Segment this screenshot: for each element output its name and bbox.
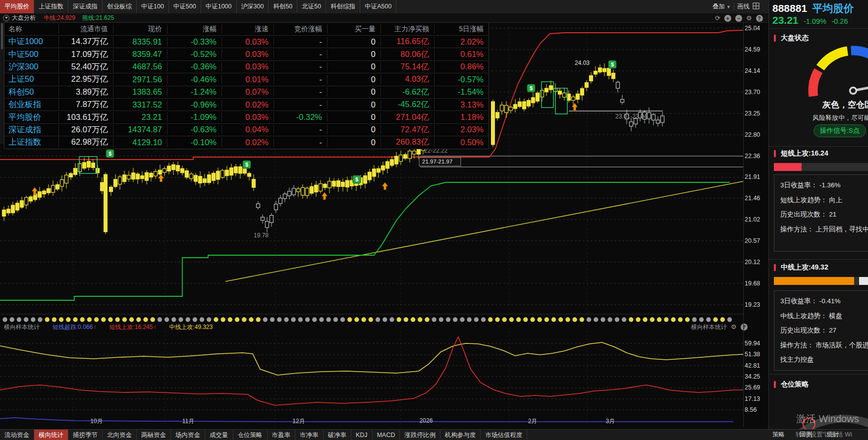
top-tab-创业板综[interactable]: 创业板综: [103, 0, 137, 13]
cell: -0.10%: [167, 138, 222, 147]
table-row[interactable]: 上证指数62.98万亿4129.10-0.10%0.02%-0260.83亿0.…: [4, 136, 488, 148]
overlay-button[interactable]: 叠加▼: [712, 2, 731, 11]
cell: 0.61%: [434, 50, 488, 59]
cell: 0: [327, 37, 381, 47]
month-label: 3月: [606, 417, 615, 426]
top-tab-上证指数[interactable]: 上证指数: [34, 0, 68, 13]
indicator-title: 横向样本统计: [4, 323, 40, 331]
top-tab-中证1000[interactable]: 中证1000: [201, 0, 237, 13]
col-header-流通市值[interactable]: 流通市值: [59, 25, 113, 34]
cell: -45.62亿: [381, 99, 434, 110]
cell: 平均股价: [4, 112, 59, 123]
col-header-名称[interactable]: 名称: [4, 25, 59, 34]
gear-icon[interactable]: ⚙: [731, 324, 737, 330]
analysis-label[interactable]: 大盘分析: [12, 14, 36, 22]
cell: 14374.87: [113, 125, 167, 134]
cell: 271.04亿: [381, 112, 434, 123]
price-tick: 21.02: [745, 216, 760, 223]
cell: 0: [327, 138, 381, 147]
sell-signal-icon: $: [611, 61, 614, 67]
info-line: 3日收益率： -1.36%: [780, 178, 868, 193]
table-row[interactable]: 平均股价103.61万亿23.21-1.09%0.03%-0.32%0271.0…: [4, 111, 488, 123]
bottom-tab-仓位策略[interactable]: 仓位策略: [233, 430, 268, 440]
strategy-tab-策略[interactable]: 策略: [772, 429, 785, 440]
table-row[interactable]: 创业板指7.87万亿3317.52-0.96%0.02%-0-45.62亿3.1…: [4, 99, 488, 111]
table-row[interactable]: 上证5022.95万亿2971.56-0.46%0.01%-04.03亿-0.5…: [4, 73, 488, 86]
price-tick: 22.36: [745, 153, 760, 160]
buy-arrow-icon: [322, 192, 327, 200]
bottom-tab-机构参与度[interactable]: 机构参与度: [440, 430, 481, 440]
instrument-code: 888881: [772, 2, 807, 14]
cell: 62.98万亿: [59, 137, 113, 148]
bottom-tab-流动资金[interactable]: 流动资金: [0, 430, 34, 440]
bottom-tab-两融资金[interactable]: 两融资金: [137, 430, 171, 440]
sell-signal-icon: $: [530, 85, 533, 91]
axis-divider: [743, 22, 744, 427]
top-tab-科创综指[interactable]: 科创综指: [326, 0, 360, 13]
col-header-涨速[interactable]: 涨速: [222, 25, 274, 34]
top-tab-中证100[interactable]: 中证100: [137, 0, 169, 13]
top-tab-科创50[interactable]: 科创50: [269, 0, 297, 13]
bottom-tab-北向资金[interactable]: 北向资金: [103, 430, 137, 440]
zoom-out-icon[interactable]: −: [735, 15, 742, 22]
cell: 0.02%: [222, 138, 274, 147]
info-line: 3日收益率： -0.41%: [780, 294, 868, 309]
bottom-tab-成交量[interactable]: 成交量: [205, 430, 233, 440]
price-tick: 25.04: [745, 25, 760, 32]
table-row[interactable]: 沪深30052.40万亿4687.56-0.36%0.03%-075.14亿0.…: [4, 61, 488, 73]
help-icon[interactable]: ?: [756, 15, 763, 22]
bottom-tab-KDJ[interactable]: KDJ: [351, 430, 373, 440]
table-row[interactable]: 中证100014.37万亿8335.91-0.33%0.03%-0116.65亿…: [4, 36, 488, 48]
sell-signal-icon: $: [355, 176, 358, 182]
change-percent: -1.09%: [804, 17, 826, 25]
cell: 0: [327, 87, 381, 97]
zoom-in-icon[interactable]: +: [724, 15, 731, 22]
col-header-涨幅[interactable]: 涨幅: [167, 25, 222, 34]
cell: -1.54%: [434, 87, 488, 97]
bottom-tab-市场估值程度[interactable]: 市场估值程度: [481, 430, 527, 440]
help-icon[interactable]: ?: [741, 324, 748, 330]
section-short-attack: 短线上攻:16.24: [774, 149, 828, 158]
bottom-tab-破净率[interactable]: 破净率: [324, 430, 352, 440]
col-header-买一量[interactable]: 买一量: [327, 25, 381, 34]
cell: 上证指数: [4, 137, 59, 148]
cell: -0.32%: [274, 112, 327, 122]
bottom-tab-MACD[interactable]: MACD: [373, 430, 400, 440]
bottom-tab-捕捞季节[interactable]: 捕捞季节: [68, 430, 103, 440]
indicator-header-right: 横向样本统计 ⚙ ?: [691, 323, 748, 331]
bottom-tab-市盈率[interactable]: 市盈率: [268, 430, 296, 440]
bottom-tab-横向统计[interactable]: 横向统计: [34, 430, 68, 440]
gear-icon[interactable]: ⚙: [746, 15, 752, 22]
top-tab-深证成指[interactable]: 深证成指: [68, 0, 103, 13]
bottom-tab-涨跌停比例[interactable]: 涨跌停比例: [400, 430, 440, 440]
top-tab-中证500[interactable]: 中证500: [169, 0, 201, 13]
col-header-5日涨幅[interactable]: 5日涨幅: [434, 25, 488, 34]
bottom-tab-场内资金[interactable]: 场内资金: [171, 430, 205, 440]
top-tab-沪深300[interactable]: 沪深300: [237, 0, 269, 13]
table-row[interactable]: 科创503.89万亿1383.65-1.24%0.07%-0-6.62亿-1.5…: [4, 86, 488, 99]
col-header-主力净买额[interactable]: 主力净买额: [381, 25, 434, 34]
bull-line-value: 牛线:24.929: [44, 14, 75, 22]
collapse-toggle-icon[interactable]: [3, 15, 9, 21]
top-tab-北证50[interactable]: 北证50: [297, 0, 326, 13]
statistics-panel-chart: [0, 331, 743, 427]
col-header-现价[interactable]: 现价: [113, 25, 167, 34]
month-label: 2月: [528, 417, 538, 426]
table-scrollbar[interactable]: [0, 22, 4, 144]
instrument-name: 平均股价: [813, 2, 854, 14]
instrument-header: 888881 平均股价: [772, 1, 854, 15]
analysis-sidebar: 大盘状态 灰色，空仓区 风险释放中，尽可能 操作信号:S点 短线上攻:16.24…: [768, 0, 868, 440]
section-marker: [774, 150, 776, 157]
sell-signal-icon: $: [245, 162, 248, 167]
top-tab-平均股价[interactable]: 平均股价: [0, 0, 34, 13]
grid-view-icon[interactable]: [753, 2, 760, 11]
draw-line-button[interactable]: 画线: [737, 2, 750, 11]
col-header-竞价涨幅[interactable]: 竞价涨幅: [274, 25, 327, 34]
bottom-tab-市净率[interactable]: 市净率: [295, 430, 324, 440]
table-row[interactable]: 中证50017.09万亿8359.47-0.52%0.03%-080.06亿0.…: [4, 48, 488, 60]
table-row[interactable]: 深证成指26.07万亿14374.87-0.63%0.04%-072.47亿2.…: [4, 124, 488, 136]
top-tab-中证A500[interactable]: 中证A500: [360, 0, 396, 13]
gauge-pivot: [850, 88, 857, 94]
refresh-icon[interactable]: ⟳: [715, 15, 720, 22]
index-quote-table: 名称流通市值现价涨幅涨速竞价涨幅买一量主力净买额5日涨幅中证100014.37万…: [4, 22, 489, 149]
